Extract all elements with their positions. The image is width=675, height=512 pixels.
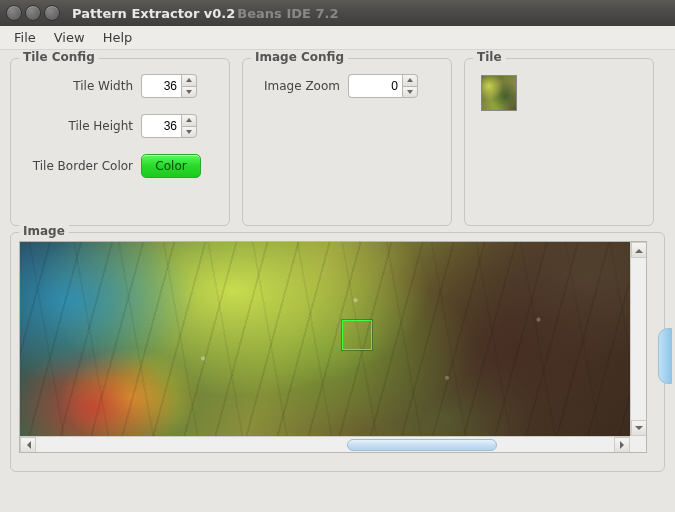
image-zoom-input[interactable]	[348, 74, 402, 98]
chevron-up-icon	[407, 78, 413, 82]
window-controls	[6, 5, 60, 21]
tile-height-label: Tile Height	[23, 119, 133, 133]
tile-width-input[interactable]	[141, 74, 181, 98]
window-close-button[interactable]	[6, 5, 22, 21]
chevron-down-icon	[186, 90, 192, 94]
tile-height-input[interactable]	[141, 114, 181, 138]
chevron-down-icon	[635, 426, 643, 434]
window-title: Pattern Extractor v0.2	[72, 6, 235, 21]
horizontal-scroll-thumb[interactable]	[347, 439, 497, 451]
color-button[interactable]: Color	[141, 154, 201, 178]
image-panel-title: Image	[19, 224, 69, 238]
tile-preview-image	[481, 75, 517, 111]
chevron-up-icon	[635, 245, 643, 253]
tile-preview-title: Tile	[473, 50, 506, 64]
image-zoom-spinner[interactable]	[348, 74, 418, 98]
tile-width-down[interactable]	[181, 86, 197, 99]
image-highlights	[20, 242, 630, 436]
image-panel: Image	[10, 232, 665, 472]
chevron-down-icon	[186, 130, 192, 134]
scroll-right-button[interactable]	[614, 437, 630, 453]
tile-width-spinner[interactable]	[141, 74, 197, 98]
chevron-down-icon	[407, 90, 413, 94]
image-config-title: Image Config	[251, 50, 348, 64]
tile-preview-panel: Tile	[464, 58, 654, 226]
image-zoom-down[interactable]	[402, 86, 418, 99]
window-titlebar: Pattern Extractor v0.2 Beans IDE 7.2	[0, 0, 675, 26]
chevron-right-icon	[620, 441, 628, 449]
tile-height-down[interactable]	[181, 126, 197, 139]
chevron-up-icon	[186, 118, 192, 122]
tile-height-spinner[interactable]	[141, 114, 197, 138]
vertical-scrollbar[interactable]	[630, 242, 646, 436]
menu-help[interactable]: Help	[95, 28, 141, 47]
scroll-up-button[interactable]	[631, 242, 647, 258]
image-zoom-up[interactable]	[402, 74, 418, 86]
image-canvas[interactable]	[20, 242, 630, 436]
image-zoom-label: Image Zoom	[255, 79, 340, 93]
scroll-down-button[interactable]	[631, 420, 647, 436]
horizontal-scrollbar[interactable]	[20, 436, 630, 452]
tile-width-label: Tile Width	[23, 79, 133, 93]
window-maximize-button[interactable]	[44, 5, 60, 21]
image-config-panel: Image Config Image Zoom	[242, 58, 452, 226]
window-title-shadow: Beans IDE 7.2	[237, 6, 338, 21]
window-minimize-button[interactable]	[25, 5, 41, 21]
tile-selection-rect[interactable]	[342, 320, 372, 350]
chevron-left-icon	[23, 441, 31, 449]
chevron-up-icon	[186, 78, 192, 82]
right-edge-handle[interactable]	[658, 328, 672, 384]
tile-config-title: Tile Config	[19, 50, 99, 64]
menu-view[interactable]: View	[46, 28, 93, 47]
tile-border-color-label: Tile Border Color	[23, 159, 133, 173]
image-viewport	[19, 241, 647, 453]
tile-config-panel: Tile Config Tile Width Tile Height	[10, 58, 230, 226]
tile-height-up[interactable]	[181, 114, 197, 126]
scroll-left-button[interactable]	[20, 437, 36, 453]
menu-file[interactable]: File	[6, 28, 44, 47]
menubar: File View Help	[0, 26, 675, 50]
tile-width-up[interactable]	[181, 74, 197, 86]
